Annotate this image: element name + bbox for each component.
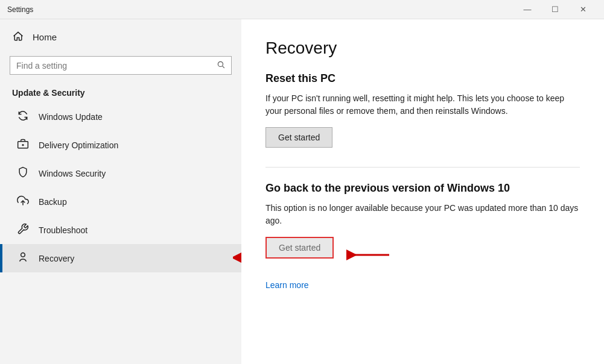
main-layout: Home Update & Security — [0, 19, 604, 364]
reset-pc-section: Reset this PC If your PC isn't running w… — [265, 72, 580, 165]
sidebar-item-troubleshoot[interactable]: Troubleshoot — [0, 216, 241, 244]
sidebar-section-title: Update & Security — [0, 81, 241, 102]
sidebar-item-backup[interactable]: Backup — [0, 187, 241, 216]
learn-more-link[interactable]: Learn more — [265, 280, 309, 290]
sidebar-item-windows-update[interactable]: Windows Update — [0, 102, 241, 131]
search-icon — [217, 60, 225, 71]
minimize-button[interactable]: — — [513, 0, 541, 19]
reset-section-title: Reset this PC — [265, 72, 580, 85]
home-icon — [12, 30, 24, 44]
content-area: Recovery Reset this PC If your PC isn't … — [241, 19, 604, 364]
search-input[interactable] — [16, 61, 212, 71]
sidebar-item-home[interactable]: Home — [0, 24, 241, 50]
wrench-icon — [17, 223, 29, 237]
sidebar-item-windows-security[interactable]: Windows Security — [0, 159, 241, 187]
svg-point-6 — [21, 253, 25, 257]
search-container — [0, 50, 241, 81]
delivery-icon — [17, 138, 29, 152]
content-title: Recovery — [265, 39, 580, 58]
sidebar-item-label: Windows Security — [39, 169, 106, 178]
shield-icon — [17, 166, 29, 180]
reset-get-started-button[interactable]: Get started — [265, 127, 332, 148]
sidebar-item-recovery[interactable]: Recovery — [0, 244, 241, 272]
sidebar-item-label: Windows Update — [39, 112, 103, 122]
sidebar-item-delivery-optimization[interactable]: Delivery Optimization — [0, 131, 241, 159]
reset-section-desc: If your PC isn't running well, resetting… — [265, 92, 579, 118]
maximize-button[interactable]: ☐ — [541, 0, 569, 19]
goback-arrow-icon — [346, 245, 394, 267]
sidebar-home-label: Home — [33, 32, 57, 42]
svg-point-0 — [218, 61, 223, 66]
goback-section-title: Go back to the previous version of Windo… — [265, 182, 580, 195]
goback-get-started-button[interactable]: Get started — [265, 237, 334, 259]
section-divider — [265, 167, 580, 168]
search-box — [10, 56, 232, 75]
sidebar-item-label: Recovery — [39, 254, 74, 263]
sidebar-item-label: Delivery Optimization — [39, 140, 118, 150]
recovery-person-icon — [17, 251, 29, 265]
svg-line-1 — [223, 66, 224, 68]
goback-section: Go back to the previous version of Windo… — [265, 182, 580, 290]
titlebar-controls: — ☐ ✕ — [513, 0, 597, 19]
sidebar-item-label: Backup — [39, 197, 67, 207]
goback-section-desc: This option is no longer available becau… — [265, 202, 579, 227]
sidebar: Home Update & Security — [0, 19, 241, 364]
titlebar: Settings — ☐ ✕ — [0, 0, 604, 19]
sidebar-item-label: Troubleshoot — [39, 225, 87, 235]
close-button[interactable]: ✕ — [569, 0, 597, 19]
titlebar-title: Settings — [7, 5, 33, 14]
recovery-arrow-icon — [233, 249, 241, 268]
upload-icon — [17, 195, 29, 209]
refresh-icon — [17, 110, 29, 124]
goback-btn-row: Get started — [265, 237, 580, 275]
